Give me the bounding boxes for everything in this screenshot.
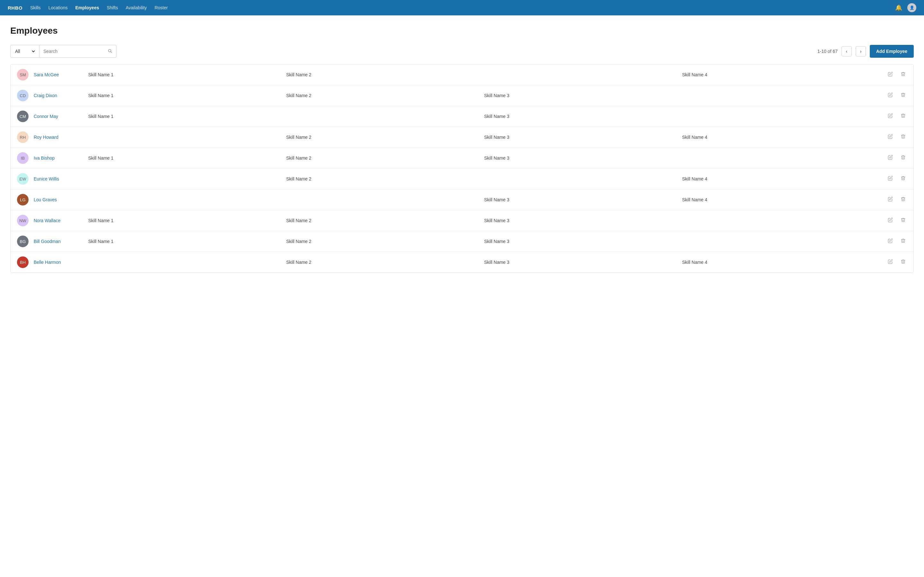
- delete-button[interactable]: [899, 237, 907, 246]
- nav-item-locations[interactable]: Locations: [48, 4, 68, 11]
- skill-1: Skill Name 1: [88, 114, 286, 119]
- employee-actions: [887, 258, 907, 267]
- employee-skills: Skill Name 1Skill Name 2Skill Name 3: [88, 218, 880, 223]
- svg-point-0: [108, 49, 111, 52]
- filter-select-wrap[interactable]: All Active Inactive: [10, 45, 39, 58]
- edit-button[interactable]: [887, 258, 894, 267]
- delete-button[interactable]: [899, 216, 907, 225]
- employee-actions: [887, 133, 907, 142]
- skill-3: [484, 72, 682, 77]
- skill-3: Skill Name 3: [484, 259, 682, 265]
- employee-skills: Skill Name 1Skill Name 2Skill Name 3: [88, 155, 880, 161]
- skill-1: [88, 259, 286, 265]
- employee-name[interactable]: Sara McGee: [34, 72, 88, 77]
- employee-skills: Skill Name 2Skill Name 4: [88, 176, 880, 181]
- delete-button[interactable]: [899, 91, 907, 100]
- employee-actions: [887, 153, 907, 163]
- employee-row: CMConnor MaySkill Name 1Skill Name 3: [11, 106, 913, 127]
- main-nav: RHBO Skills Locations Employees Shifts A…: [0, 0, 924, 15]
- skill-4: [682, 93, 880, 98]
- edit-button[interactable]: [887, 216, 894, 225]
- nav-item-availability[interactable]: Availability: [126, 4, 147, 11]
- skill-1: [88, 197, 286, 202]
- employee-name[interactable]: Eunice Willis: [34, 176, 88, 181]
- employee-row: SMSara McGeeSkill Name 1Skill Name 2Skil…: [11, 64, 913, 85]
- employee-skills: Skill Name 2Skill Name 3Skill Name 4: [88, 135, 880, 140]
- skill-1: Skill Name 1: [88, 155, 286, 161]
- employee-row: IBIva BishopSkill Name 1Skill Name 2Skil…: [11, 148, 913, 169]
- skill-4: Skill Name 4: [682, 72, 880, 77]
- edit-button[interactable]: [887, 133, 894, 142]
- notification-icon[interactable]: 🔔: [895, 4, 902, 11]
- skill-3: Skill Name 3: [484, 93, 682, 98]
- add-employee-button[interactable]: Add Employee: [870, 45, 914, 58]
- toolbar: All Active Inactive 1-10 of 67 ‹ › Add E…: [10, 45, 914, 58]
- employee-actions: [887, 70, 907, 79]
- employee-avatar: BG: [17, 235, 29, 247]
- nav-item-shifts[interactable]: Shifts: [107, 4, 118, 11]
- page-content: Employees All Active Inactive 1-10 of 67…: [0, 15, 924, 577]
- employee-name[interactable]: Roy Howard: [34, 135, 88, 140]
- nav-brand[interactable]: RHBO: [8, 5, 23, 11]
- delete-button[interactable]: [899, 153, 907, 163]
- employee-avatar: EW: [17, 173, 29, 185]
- edit-button[interactable]: [887, 174, 894, 183]
- skill-1: Skill Name 1: [88, 218, 286, 223]
- employee-actions: [887, 91, 907, 100]
- search-wrap: [39, 45, 116, 58]
- employee-row: BHBelle HarmonSkill Name 2Skill Name 3Sk…: [11, 252, 913, 272]
- employee-row: NWNora WallaceSkill Name 1Skill Name 2Sk…: [11, 210, 913, 231]
- employee-avatar: BH: [17, 256, 29, 268]
- svg-line-1: [111, 52, 112, 53]
- delete-button[interactable]: [899, 70, 907, 79]
- search-input[interactable]: [43, 49, 105, 54]
- employee-avatar: LG: [17, 194, 29, 205]
- employee-list: SMSara McGeeSkill Name 1Skill Name 2Skil…: [10, 64, 914, 273]
- skill-2: [286, 114, 484, 119]
- edit-button[interactable]: [887, 237, 894, 246]
- skill-1: Skill Name 1: [88, 239, 286, 244]
- skill-2: Skill Name 2: [286, 155, 484, 161]
- employee-name[interactable]: Belle Harmon: [34, 259, 88, 265]
- employee-skills: Skill Name 1Skill Name 2Skill Name 3: [88, 239, 880, 244]
- skill-1: Skill Name 1: [88, 72, 286, 77]
- pagination-prev-button[interactable]: ‹: [842, 46, 852, 56]
- edit-button[interactable]: [887, 195, 894, 204]
- nav-item-employees[interactable]: Employees: [75, 4, 99, 11]
- employee-name[interactable]: Nora Wallace: [34, 218, 88, 223]
- skill-2: Skill Name 2: [286, 218, 484, 223]
- delete-button[interactable]: [899, 195, 907, 204]
- employee-avatar: SM: [17, 69, 29, 81]
- edit-button[interactable]: [887, 91, 894, 100]
- edit-button[interactable]: [887, 70, 894, 79]
- pagination-next-button[interactable]: ›: [856, 46, 866, 56]
- employee-name[interactable]: Connor May: [34, 114, 88, 119]
- employee-actions: [887, 112, 907, 121]
- employee-avatar: CM: [17, 111, 29, 122]
- edit-button[interactable]: [887, 153, 894, 163]
- skill-3: Skill Name 3: [484, 239, 682, 244]
- employee-name[interactable]: Iva Bishop: [34, 155, 88, 161]
- employee-name[interactable]: Lou Graves: [34, 197, 88, 202]
- delete-button[interactable]: [899, 133, 907, 142]
- nav-item-skills[interactable]: Skills: [30, 4, 41, 11]
- delete-button[interactable]: [899, 258, 907, 267]
- skill-4: Skill Name 4: [682, 176, 880, 181]
- user-avatar-nav[interactable]: 👤: [907, 3, 916, 12]
- employee-row: BGBill GoodmanSkill Name 1Skill Name 2Sk…: [11, 231, 913, 252]
- edit-button[interactable]: [887, 112, 894, 121]
- filter-select[interactable]: All Active Inactive: [14, 48, 36, 54]
- employee-row: CDCraig DixonSkill Name 1Skill Name 2Ski…: [11, 85, 913, 106]
- employee-actions: [887, 237, 907, 246]
- nav-item-roster[interactable]: Roster: [155, 4, 168, 11]
- skill-2: [286, 197, 484, 202]
- skill-4: [682, 218, 880, 223]
- employee-name[interactable]: Craig Dixon: [34, 93, 88, 98]
- skill-4: [682, 114, 880, 119]
- skill-2: Skill Name 2: [286, 72, 484, 77]
- delete-button[interactable]: [899, 112, 907, 121]
- employee-avatar: IB: [17, 152, 29, 164]
- delete-button[interactable]: [899, 174, 907, 183]
- employee-row: LGLou GravesSkill Name 3Skill Name 4: [11, 189, 913, 210]
- employee-name[interactable]: Bill Goodman: [34, 239, 88, 244]
